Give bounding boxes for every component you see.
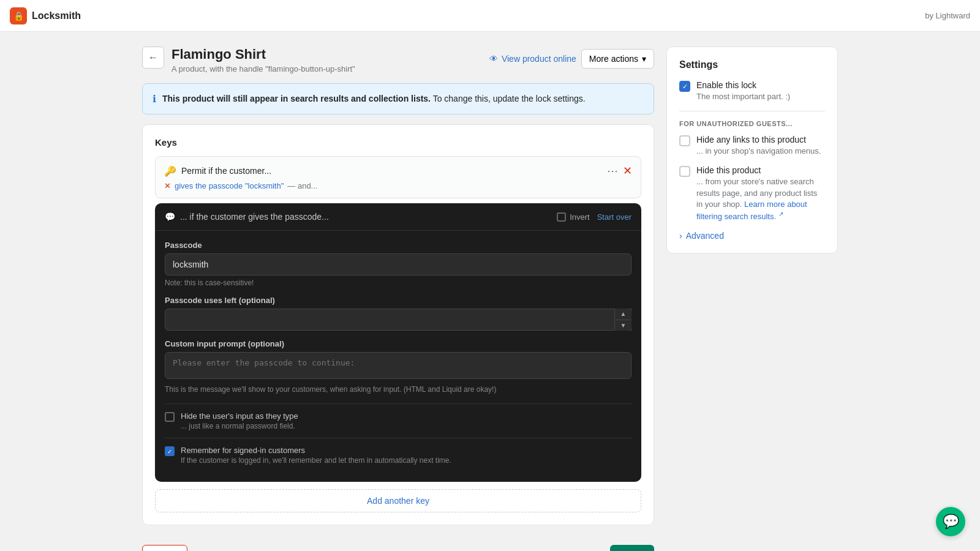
page-header: ← Flamingo Shirt A product, with the han… [142, 47, 654, 73]
passcode-text: gives the passcode "locksmith" [175, 181, 284, 190]
uses-left-label: Passcode uses left (optional) [165, 296, 631, 305]
chat-icon: 💬 [165, 212, 175, 222]
remember-text: Remember for signed-in customers If the … [181, 446, 451, 465]
right-column: Settings Enable this lock The most impor… [666, 47, 838, 551]
popup-divider [165, 403, 631, 404]
key-label: Permit if the customer... [181, 166, 271, 176]
bottom-actions: Delete Save [142, 535, 654, 551]
enable-lock-text: Enable this lock The most important part… [696, 80, 790, 102]
chat-button[interactable]: 💬 [936, 507, 965, 536]
external-link-icon: ↗ [778, 211, 783, 217]
eye-icon: 👁 [489, 54, 498, 64]
hide-product-checkbox[interactable] [679, 166, 690, 177]
uses-left-input[interactable] [165, 309, 631, 331]
info-icon: ℹ [153, 93, 156, 105]
prompt-description: This is the message we'll show to your c… [165, 384, 631, 395]
topbar-left: 🔒 Locksmith [10, 7, 81, 24]
popup-header: 💬 ... if the customer gives the passcode… [155, 203, 641, 231]
key-close-button[interactable]: ✕ [623, 164, 632, 178]
invert-checkbox[interactable] [557, 212, 566, 222]
hide-links-text: Hide any links to this product ... in yo… [696, 135, 821, 157]
hide-input-row: Hide the user's input as they type ... j… [165, 411, 631, 430]
hide-links-checkbox[interactable] [679, 135, 690, 146]
left-column: ← Flamingo Shirt A product, with the han… [142, 47, 654, 551]
popup-header-text: ... if the customer gives the passcode..… [180, 212, 329, 222]
spinner-down-button[interactable]: ▼ [615, 320, 631, 331]
hide-product-text: Hide this product ... from your store's … [696, 165, 825, 222]
remember-checkbox[interactable] [165, 446, 175, 456]
uses-left-spinners: ▲ ▼ [614, 309, 631, 331]
and-text: — and... [287, 181, 317, 190]
hide-input-checkbox[interactable] [165, 412, 175, 422]
invert-label: Invert [557, 212, 590, 222]
page-subtitle: A product, with the handle "flamingo-but… [172, 64, 355, 73]
start-over-button[interactable]: Start over [597, 212, 631, 222]
main-layout: ← Flamingo Shirt A product, with the han… [123, 32, 858, 551]
hide-input-text: Hide the user's input as they type ... j… [181, 411, 298, 430]
page-header-left: ← Flamingo Shirt A product, with the han… [142, 47, 355, 73]
add-another-key-button[interactable]: Add another key [155, 489, 641, 512]
settings-divider [679, 111, 825, 111]
settings-card: Settings Enable this lock The most impor… [666, 47, 838, 253]
back-button[interactable]: ← [142, 47, 164, 69]
spinner-up-button[interactable]: ▲ [615, 309, 631, 320]
passcode-link[interactable]: gives the passcode "locksmith" [175, 181, 284, 190]
keys-title: Keys [155, 137, 641, 148]
more-actions-button[interactable]: More actions ▾ [581, 49, 654, 69]
save-button[interactable]: Save [610, 545, 654, 551]
popup-header-right: Invert Start over [557, 212, 631, 222]
unauthorized-label: For unauthorized guests... [679, 120, 825, 127]
enable-lock-checkbox[interactable] [679, 81, 690, 92]
advanced-row[interactable]: › Advanced [679, 231, 825, 241]
page-title: Flamingo Shirt [172, 47, 355, 62]
chevron-right-icon: › [679, 231, 682, 241]
info-banner: ℹ This product will still appear in sear… [142, 83, 654, 114]
hide-links-row: Hide any links to this product ... in yo… [679, 135, 825, 157]
enable-lock-row: Enable this lock The most important part… [679, 80, 825, 102]
banner-text: This product will still appear in search… [162, 92, 586, 105]
passcode-field-label: Passcode [165, 241, 631, 250]
custom-prompt-label: Custom input prompt (optional) [165, 339, 631, 348]
view-online-button[interactable]: 👁 View product online [489, 54, 576, 64]
passcode-popup: 💬 ... if the customer gives the passcode… [155, 203, 641, 482]
hide-product-row: Hide this product ... from your store's … [679, 165, 825, 222]
chevron-down-icon: ▾ [642, 54, 646, 64]
keys-card: Keys 🔑 Permit if the customer... ⋯ ✕ ✕ [142, 124, 654, 525]
key-condition: ✕ gives the passcode "locksmith" — and..… [164, 181, 632, 190]
passcode-input[interactable] [165, 253, 631, 276]
uses-left-row: ▲ ▼ [165, 309, 631, 331]
popup-body: Passcode Note: this is case-sensitive! P… [155, 231, 641, 482]
settings-title: Settings [679, 59, 825, 70]
topbar: 🔒 Locksmith by Lightward [0, 0, 980, 32]
popup-header-left: 💬 ... if the customer gives the passcode… [165, 212, 329, 222]
key-row-header: 🔑 Permit if the customer... ⋯ ✕ [164, 164, 632, 178]
custom-prompt-textarea[interactable] [165, 352, 631, 379]
passcode-note: Note: this is case-sensitive! [165, 279, 631, 287]
app-name: Locksmith [32, 10, 81, 21]
app-by: by Lightward [925, 11, 970, 20]
page-header-right: 👁 View product online More actions ▾ [489, 47, 654, 69]
delete-button[interactable]: Delete [142, 545, 187, 551]
condition-x-icon: ✕ [164, 181, 171, 190]
popup-divider-2 [165, 438, 631, 438]
key-row: 🔑 Permit if the customer... ⋯ ✕ ✕ gives … [155, 156, 641, 198]
page-title-block: Flamingo Shirt A product, with the handl… [172, 47, 355, 73]
key-row-actions: ⋯ ✕ [607, 164, 632, 178]
remember-row: Remember for signed-in customers If the … [165, 446, 631, 465]
app-logo: 🔒 [10, 7, 27, 24]
key-row-header-left: 🔑 Permit if the customer... [164, 165, 271, 177]
key-icon: 🔑 [164, 165, 176, 177]
key-dots-button[interactable]: ⋯ [607, 164, 618, 178]
